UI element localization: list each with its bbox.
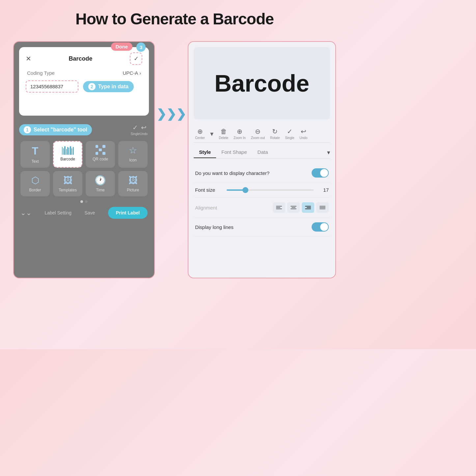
single-tool-right[interactable]: ✓ Single xyxy=(285,127,294,140)
tab-data[interactable]: Data xyxy=(252,147,273,158)
tool-border[interactable]: ⬡ Border xyxy=(20,171,50,196)
tabs-row: Style Font Shape Data ▾ xyxy=(194,147,330,158)
undo-tool-right[interactable]: ↩ Undo xyxy=(299,127,307,140)
delete-label: Delete xyxy=(219,136,228,140)
zoom-out-icon: ⊖ xyxy=(255,127,261,135)
dialog-bottom-area xyxy=(26,97,142,110)
align-center-button[interactable] xyxy=(287,202,300,213)
chevron-arrow-2: ❯ xyxy=(166,107,176,121)
undo-icon: ↩ xyxy=(141,124,147,131)
zoom-in-tool[interactable]: ⊕ Zoom In xyxy=(234,127,246,140)
tool-time-label: Time xyxy=(96,188,104,192)
font-size-label: Font size xyxy=(195,187,221,193)
chevron-right-icon: › xyxy=(139,70,141,76)
templates-tool-icon: 🖼 xyxy=(63,175,72,186)
tool-qr[interactable]: QR code xyxy=(86,141,115,168)
alignment-row: Alignment xyxy=(194,198,330,218)
arrow-connector: ❯ ❯ ❯ xyxy=(161,41,181,121)
dot-1 xyxy=(80,200,83,203)
slider-thumb[interactable] xyxy=(242,187,248,193)
bottom-bar: ⌄⌄ Label Setting Save Print Label xyxy=(19,207,149,219)
step-2-number: 2 xyxy=(88,83,96,90)
align-right-active-button[interactable] xyxy=(302,202,314,213)
delete-icon: 🗑 xyxy=(220,128,227,135)
close-icon[interactable]: ✕ xyxy=(26,55,31,63)
right-toolbar: ⊕ Center ▾ 🗑 Delete ⊕ Zoom In ⊖ Zoom out… xyxy=(194,125,330,143)
time-tool-icon: 🕐 xyxy=(95,175,106,186)
rotate-label: Rotate xyxy=(270,136,280,140)
tab-style[interactable]: Style xyxy=(194,147,216,158)
display-long-lines-toggle[interactable] xyxy=(312,222,329,232)
zoom-out-tool[interactable]: ⊖ Zoom out xyxy=(251,127,265,140)
type-in-label: Type in data xyxy=(98,84,128,90)
tool-time[interactable]: 🕐 Time xyxy=(86,171,115,196)
zoom-in-icon: ⊕ xyxy=(237,127,242,135)
single-icon: ✓ xyxy=(132,124,138,131)
dialog-header: ✕ Barcode ✓ xyxy=(26,52,142,65)
undo-tool[interactable]: ↩ Undo xyxy=(140,124,148,136)
coding-type-value[interactable]: UPC-A › xyxy=(123,70,141,76)
zoom-in-label: Zoom In xyxy=(234,136,246,140)
label-setting-button[interactable]: Label Setting xyxy=(44,210,71,215)
chevron-arrow-1: ❯ xyxy=(156,107,166,121)
tool-border-label: Border xyxy=(29,188,41,192)
align-left-button[interactable] xyxy=(273,202,285,213)
rotate-icon: ↻ xyxy=(272,127,278,135)
coding-type-row: Coding Type UPC-A › xyxy=(26,70,142,76)
check-button[interactable]: ✓ xyxy=(130,52,142,65)
single-tool[interactable]: ✓ Single xyxy=(130,124,140,136)
done-badge: Done xyxy=(111,42,133,51)
dialog-title: Barcode xyxy=(69,55,93,62)
tool-icon-label: Icon xyxy=(129,158,137,162)
toggle-knob-2 xyxy=(320,223,328,231)
barcode-data-input[interactable]: 123455688837 xyxy=(26,80,78,93)
left-panel: Done 3 ✕ Barcode ✓ Coding Type UPC-A › 1… xyxy=(13,41,155,278)
tool-text[interactable]: T Text xyxy=(20,141,50,168)
picture-tool-icon: 🖼 xyxy=(128,175,138,186)
center-icon: ⊕ xyxy=(197,127,203,135)
rotate-tool[interactable]: ↻ Rotate xyxy=(270,127,280,140)
dropdown-icon: ▾ xyxy=(210,130,213,138)
tool-icon[interactable]: ☆ Icon xyxy=(118,141,148,168)
display-char-toggle[interactable] xyxy=(312,168,329,178)
print-label-button[interactable]: Print Label xyxy=(108,207,148,219)
chevron-down-icon[interactable]: ⌄⌄ xyxy=(20,209,32,217)
tab-font-shape[interactable]: Font Shape xyxy=(216,147,252,158)
select-barcode-label: Select "barcode" tool xyxy=(34,127,87,133)
tool-barcode[interactable]: Barcode xyxy=(53,141,82,168)
select-barcode-badge: 1 Select "barcode" tool xyxy=(19,124,92,135)
display-char-row: Do you want to display character? xyxy=(194,164,330,182)
right-panel: Barcode ⊕ Center ▾ 🗑 Delete ⊕ Zoom In ⊖ … xyxy=(188,41,336,278)
tool-qr-label: QR code xyxy=(93,157,108,161)
slider-fill xyxy=(227,189,244,191)
tool-picture-label: Picture xyxy=(127,188,139,192)
tool-templates[interactable]: 🖼 Templates xyxy=(53,171,82,196)
tool-picture[interactable]: 🖼 Picture xyxy=(118,171,148,196)
qr-tool-icon xyxy=(96,145,105,155)
text-tool-icon: T xyxy=(32,145,39,157)
icon-tool-icon: ☆ xyxy=(129,145,137,156)
chevron-arrow-3: ❯ xyxy=(176,107,186,121)
rt-dropdown[interactable]: ▾ xyxy=(210,130,213,138)
tabs-dropdown-icon[interactable]: ▾ xyxy=(327,149,330,156)
align-justify-button[interactable] xyxy=(316,202,329,213)
preview-barcode-label: Barcode xyxy=(214,70,309,97)
center-label: Center xyxy=(195,136,205,140)
tool-templates-label: Templates xyxy=(59,188,77,192)
delete-tool[interactable]: 🗑 Delete xyxy=(219,128,228,140)
left-toolbar: 1 Select "barcode" tool ✓ Single ↩ Undo xyxy=(19,121,149,138)
alignment-label: Alignment xyxy=(195,205,225,210)
tool-barcode-label: Barcode xyxy=(60,157,75,161)
check-icon: ✓ xyxy=(134,55,139,62)
font-size-slider[interactable] xyxy=(227,189,314,191)
type-in-badge: 2 Type in data xyxy=(83,81,134,92)
undo-label: Undo xyxy=(140,132,148,136)
center-tool[interactable]: ⊕ Center xyxy=(195,127,205,140)
page-title: How to Generate a Barcode xyxy=(75,10,274,28)
save-button[interactable]: Save xyxy=(84,210,95,215)
undo-label-right: Undo xyxy=(299,136,307,140)
alignment-buttons xyxy=(273,202,329,213)
page-indicator xyxy=(19,200,149,203)
tool-text-label: Text xyxy=(32,159,39,164)
slider-track xyxy=(227,189,314,191)
